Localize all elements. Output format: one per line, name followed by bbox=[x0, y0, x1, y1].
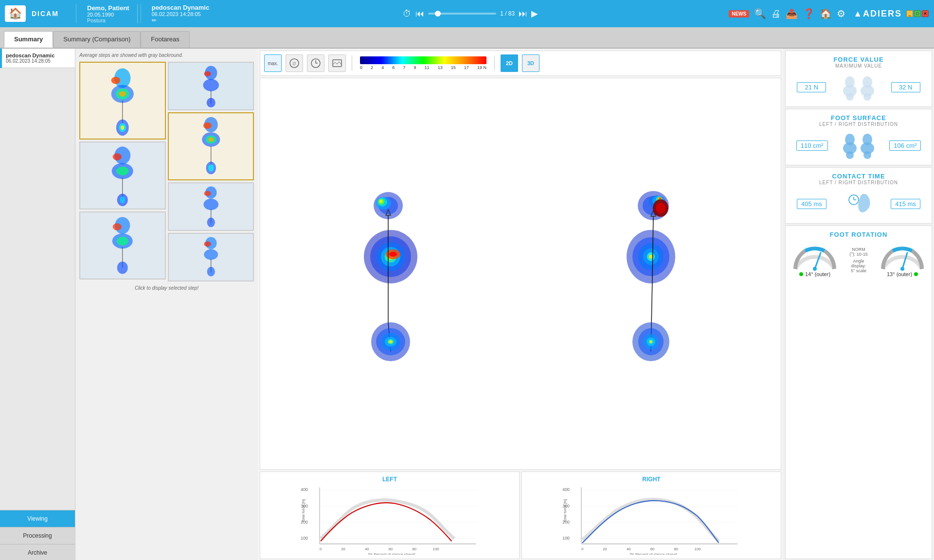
home-icon[interactable]: 🏠 bbox=[820, 8, 832, 19]
foot-surface-subtitle: LEFT / RIGHT DISTRIBUTION bbox=[790, 122, 927, 127]
angle-note: Angle display: 5° scale bbox=[849, 259, 868, 273]
tab-summary-comparison[interactable]: Summary (Comparison) bbox=[53, 31, 141, 48]
step-thumb-svg-6 bbox=[170, 185, 252, 228]
news-button[interactable]: NEWS bbox=[729, 10, 749, 18]
left-rotation-label: 14° (outer) bbox=[799, 271, 830, 277]
contact-time-card: CONTACT TIME LEFT / RIGHT DISTRIBUTION 4… bbox=[785, 167, 932, 224]
gauge-row: 14° (outer) NORM (°): 10-15 Angle displa… bbox=[790, 242, 927, 277]
force-value-card: FORCE VALUE MAXIMUM VALUE 21 N 32 N bbox=[785, 51, 932, 107]
charts-row: LEFT 400 300 200 100 Total force [N] 0 2… bbox=[260, 472, 781, 559]
nav-controls: ⏱ ⏮ 1 / 83 ⏭ ▶ bbox=[217, 8, 724, 19]
image-button[interactable] bbox=[328, 54, 346, 72]
svg-text:60: 60 bbox=[650, 547, 655, 551]
pressure-map-area bbox=[260, 78, 781, 470]
list-item[interactable] bbox=[168, 62, 254, 110]
step-columns bbox=[79, 62, 254, 281]
svg-point-144 bbox=[846, 151, 854, 159]
skip-start-button[interactable]: ⏮ bbox=[415, 9, 424, 19]
svg-text:100: 100 bbox=[433, 547, 439, 551]
view-3d-button[interactable]: 3D bbox=[522, 54, 539, 72]
tab-footareas[interactable]: Footareas bbox=[141, 31, 190, 48]
svg-point-141 bbox=[863, 93, 871, 101]
list-item[interactable] bbox=[79, 62, 166, 140]
step-list-info: Average steps are showed with gray backr… bbox=[79, 52, 254, 58]
svg-text:20: 20 bbox=[603, 547, 607, 551]
svg-point-42 bbox=[204, 249, 218, 260]
help-icon[interactable]: ❓ bbox=[803, 8, 815, 19]
sidebar-spacer bbox=[0, 68, 75, 510]
close-button[interactable]: ✕ bbox=[922, 10, 929, 17]
left-gauge-svg bbox=[790, 242, 839, 271]
contact-time-title: CONTACT TIME bbox=[790, 173, 927, 180]
svg-point-152 bbox=[813, 267, 817, 271]
force-value-title: FORCE VALUE bbox=[790, 56, 927, 63]
right-gauge: 13° (outer) bbox=[878, 242, 927, 277]
separator-2 bbox=[494, 55, 495, 71]
sidebar-footer: Viewing Processing Archive bbox=[0, 510, 75, 560]
play-button[interactable]: ▶ bbox=[531, 8, 538, 19]
svg-point-56 bbox=[379, 200, 382, 203]
svg-point-65 bbox=[389, 252, 397, 257]
sidebar-item-processing[interactable]: Processing bbox=[0, 527, 75, 544]
svg-point-24 bbox=[203, 79, 218, 91]
svg-point-81 bbox=[659, 197, 661, 199]
right-gauge-svg bbox=[878, 242, 927, 271]
tab-summary[interactable]: Summary bbox=[4, 31, 53, 48]
sidebar-item-viewing[interactable]: Viewing bbox=[0, 510, 75, 527]
time-button[interactable] bbox=[307, 54, 324, 72]
svg-text:40: 40 bbox=[627, 547, 631, 551]
left-gauge: 14° (outer) bbox=[790, 242, 839, 277]
nav-position: 1 / 83 bbox=[500, 10, 515, 17]
svg-text:0: 0 bbox=[581, 547, 583, 551]
search-icon[interactable]: 🔍 bbox=[754, 8, 766, 19]
svg-point-147 bbox=[863, 151, 871, 159]
left-chart: LEFT 400 300 200 100 Total force [N] 0 2… bbox=[260, 472, 520, 559]
logo-box: 🏠 bbox=[5, 5, 26, 22]
svg-point-31 bbox=[208, 137, 214, 141]
contact-right-value: 415 ms bbox=[891, 199, 920, 209]
svg-point-21 bbox=[117, 262, 128, 274]
list-item[interactable] bbox=[168, 182, 254, 231]
svg-point-99 bbox=[650, 341, 652, 343]
svg-text:400: 400 bbox=[301, 487, 308, 492]
svg-point-39 bbox=[207, 218, 215, 228]
skip-end-button[interactable]: ⏭ bbox=[519, 9, 527, 19]
sidebar: pedoscan Dynamic 06.02.2023 14:28:05 Vie… bbox=[0, 49, 75, 560]
average-button[interactable]: ∅ bbox=[286, 54, 303, 72]
settings-icon[interactable]: ⚙ bbox=[837, 8, 845, 19]
svg-point-34 bbox=[208, 164, 214, 172]
header: 🏠 DICAM Demo, Patient 20.05.1990 Postura… bbox=[0, 0, 934, 27]
list-item[interactable] bbox=[168, 233, 254, 281]
svg-point-28 bbox=[203, 122, 211, 129]
right-dot bbox=[914, 272, 918, 276]
list-item[interactable] bbox=[168, 112, 254, 180]
list-item[interactable] bbox=[79, 141, 166, 210]
patient-dob: 20.05.1990 bbox=[87, 12, 129, 18]
max-button[interactable]: max. bbox=[264, 54, 282, 72]
right-chart-title: RIGHT bbox=[526, 476, 777, 483]
list-item[interactable] bbox=[79, 211, 166, 280]
left-rotation-value: 14° (outer) bbox=[805, 271, 830, 277]
surface-foot-icon bbox=[839, 131, 878, 160]
svg-point-23 bbox=[204, 71, 211, 76]
export-icon[interactable]: 📤 bbox=[786, 8, 798, 19]
playback-slider[interactable] bbox=[428, 13, 496, 15]
divider-2 bbox=[141, 4, 141, 23]
svg-text:∅: ∅ bbox=[292, 61, 296, 66]
image-icon bbox=[332, 58, 342, 69]
step-list: Average steps are showed with gray backr… bbox=[75, 49, 258, 560]
foot-rotation-title: FOOT ROTATION bbox=[790, 231, 927, 238]
minimize-button[interactable]: _ bbox=[906, 10, 913, 17]
sidebar-scan-row: pedoscan Dynamic 06.02.2023 14:28:05 bbox=[0, 49, 75, 68]
step-thumb-svg-4 bbox=[170, 64, 252, 108]
edit-icon[interactable]: ✏ bbox=[152, 17, 210, 24]
svg-point-36 bbox=[204, 191, 211, 196]
sidebar-item-archive[interactable]: Archive bbox=[0, 544, 75, 560]
maximize-button[interactable]: □ bbox=[914, 10, 921, 17]
speed-button[interactable]: ⏱ bbox=[403, 9, 412, 19]
right-chart-svg: 400 300 200 100 Total force [N] 0 20 40 … bbox=[526, 485, 777, 555]
print-icon[interactable]: 🖨 bbox=[771, 8, 781, 19]
sidebar-scan-name: pedoscan Dynamic bbox=[6, 52, 71, 58]
left-chart-svg: 400 300 200 100 Total force [N] 0 20 40 … bbox=[264, 485, 515, 555]
view-2d-button[interactable]: 2D bbox=[501, 54, 518, 72]
